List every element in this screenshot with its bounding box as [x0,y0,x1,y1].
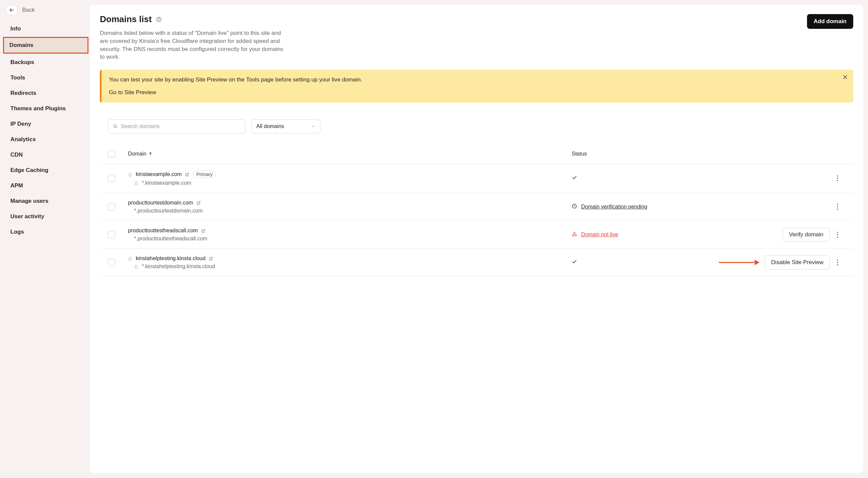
back-label: Back [22,7,35,13]
search-icon [113,124,118,129]
domain-name[interactable]: producttourtestdomain.com [128,200,193,206]
domain-wildcard: *.kinstaexample.com [142,180,191,186]
row-checkbox[interactable] [108,175,115,182]
sidebar-item-tools[interactable]: Tools [0,70,90,85]
row-more-button[interactable] [833,204,842,210]
table-row: kinstaexample.comPrimary*.kinstaexample.… [100,164,853,193]
column-header-domain[interactable]: Domain [128,151,572,157]
external-link-icon[interactable] [185,172,189,177]
svg-point-19 [837,232,838,233]
select-label: All domains [256,123,284,129]
sidebar-nav: InfoDomainsBackupsToolsRedirectsThemes a… [0,22,90,239]
lock-icon [134,265,138,269]
row-checkbox[interactable] [108,203,115,210]
help-icon[interactable] [156,17,162,23]
close-icon[interactable] [842,74,848,82]
svg-point-18 [574,235,575,235]
banner-link[interactable]: Go to Site Preview [109,89,846,96]
row-checkbox[interactable] [108,259,115,266]
annotation-arrow [718,260,760,265]
sidebar-item-info[interactable]: Info [0,22,90,36]
select-all-checkbox[interactable] [108,150,115,157]
sidebar-item-cdn[interactable]: CDN [0,148,90,162]
lock-icon [134,181,138,185]
svg-rect-22 [129,259,132,260]
svg-point-21 [837,237,838,238]
domain-name[interactable]: producttouttestheadscall.com [128,228,198,234]
sidebar-item-user-activity[interactable]: User activity [0,209,90,224]
check-icon [572,175,577,182]
table-row: kinstahelptesting.kinsta.cloud*.kinstahe… [100,249,853,276]
main-panel: Domains list Domains listed below with a… [90,5,863,473]
status-link[interactable]: Domain not live [581,232,618,238]
external-link-icon[interactable] [209,257,213,261]
sidebar-item-logs[interactable]: Logs [0,225,90,239]
check-icon [572,259,577,266]
chevron-down-icon [311,124,315,128]
sidebar-item-domains[interactable]: Domains [3,37,89,54]
svg-point-24 [837,260,838,261]
sidebar-item-redirects[interactable]: Redirects [0,86,90,100]
domain-wildcard: *.kinstahelptesting.kinsta.cloud [142,264,215,269]
sidebar-item-themes-and-plugins[interactable]: Themes and Plugins [0,101,90,116]
page-description: Domains listed below with a status of "D… [100,29,287,61]
svg-rect-8 [129,174,132,176]
primary-badge: Primary [193,171,216,178]
external-link-icon[interactable] [196,201,201,205]
row-more-button[interactable] [833,260,842,266]
table-row: producttourtestdomain.com*.producttourte… [100,193,853,221]
disable-site-preview-button[interactable]: Disable Site Preview [765,256,830,269]
search-input-wrapper [108,119,245,133]
svg-point-2 [158,20,159,21]
column-header-status: Status [572,151,713,157]
clock-icon [572,204,577,210]
back-button[interactable] [6,5,18,15]
sidebar-item-manage-users[interactable]: Manage users [0,194,90,209]
svg-point-26 [837,265,838,266]
row-more-button[interactable] [833,232,842,238]
table-row: producttouttestheadscall.com*.producttou… [100,221,853,249]
verify-domain-button[interactable]: Verify domain [782,228,830,242]
svg-point-15 [837,207,838,208]
row-more-button[interactable] [833,175,842,181]
sidebar: Back InfoDomainsBackupsToolsRedirectsThe… [0,0,90,478]
svg-rect-23 [135,267,138,268]
svg-point-11 [837,178,838,179]
page-title: Domains list [100,14,152,25]
svg-point-20 [837,234,838,235]
row-checkbox[interactable] [108,231,115,238]
external-link-icon[interactable] [201,229,206,233]
add-domain-button[interactable]: Add domain [807,14,853,29]
sidebar-item-edge-caching[interactable]: Edge Caching [0,163,90,178]
svg-point-16 [837,209,838,210]
svg-point-12 [837,180,838,181]
domain-name[interactable]: kinstaexample.com [136,171,182,177]
status-link[interactable]: Domain verification pending [581,204,647,210]
domain-name[interactable]: kinstahelptesting.kinsta.cloud [136,256,206,262]
svg-point-10 [837,176,838,177]
svg-point-14 [837,204,838,205]
svg-point-5 [114,125,116,128]
table-header: Domain Status [100,150,853,164]
sidebar-item-apm[interactable]: APM [0,178,90,193]
sidebar-item-analytics[interactable]: Analytics [0,132,90,147]
sidebar-item-ip-deny[interactable]: IP Deny [0,117,90,131]
domain-wildcard: *.producttourtestdomain.com [134,208,203,214]
domain-filter-select[interactable]: All domains [251,119,320,133]
warning-icon [572,231,577,238]
domains-table: Domain Status kinstaexample.comPrimary*.… [100,150,853,276]
arrow-left-icon [9,7,14,13]
lock-icon [128,257,132,261]
banner-text: You can test your site by enabling Site … [109,77,846,83]
site-preview-banner: You can test your site by enabling Site … [100,70,853,102]
search-input[interactable] [121,123,240,129]
svg-point-25 [837,262,838,263]
domain-wildcard: *.producttouttestheadscall.com [134,236,208,242]
sidebar-item-backups[interactable]: Backups [0,55,90,70]
sort-asc-icon [149,152,153,156]
lock-icon [128,172,132,177]
svg-line-6 [116,127,117,128]
svg-rect-9 [135,183,138,185]
